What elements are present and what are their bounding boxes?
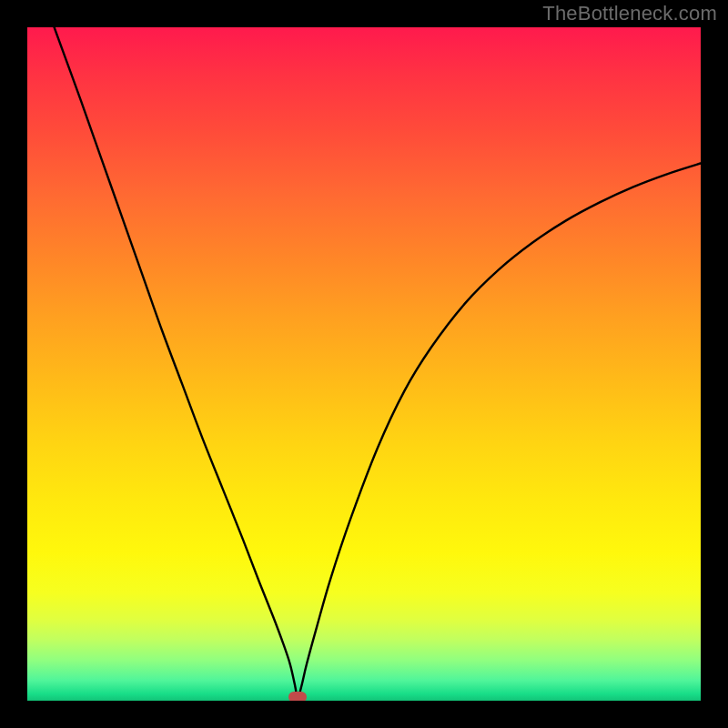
bottleneck-curve	[55, 27, 701, 701]
curve-svg	[27, 27, 701, 701]
optimal-point-marker	[288, 692, 307, 701]
chart-frame: TheBottleneck.com	[0, 0, 728, 728]
watermark-text: TheBottleneck.com	[542, 2, 717, 25]
plot-area	[27, 27, 701, 701]
